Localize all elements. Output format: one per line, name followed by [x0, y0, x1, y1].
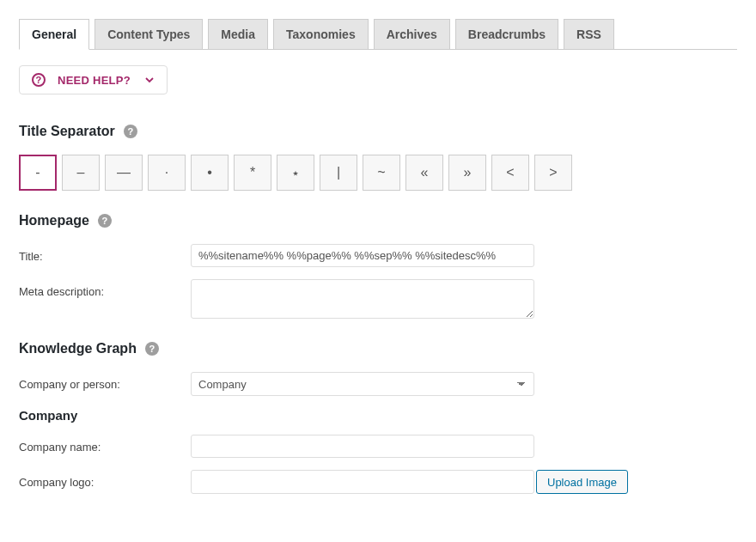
company-or-person-label: Company or person:	[19, 372, 191, 391]
tab-taxonomies[interactable]: Taxonomies	[273, 19, 369, 50]
tab-rss[interactable]: RSS	[564, 19, 614, 50]
info-icon[interactable]: ?	[98, 214, 112, 228]
separator-options: -–—·•*⋆|~«»<>	[19, 155, 737, 191]
separator-option[interactable]: –	[62, 155, 100, 191]
info-icon[interactable]: ?	[145, 342, 159, 356]
title-input[interactable]	[191, 244, 534, 267]
company-logo-label: Company logo:	[19, 470, 191, 489]
need-help-button[interactable]: ? NEED HELP?	[19, 65, 168, 94]
meta-description-label: Meta description:	[19, 279, 191, 298]
tab-bar: General Content Types Media Taxonomies A…	[19, 19, 737, 50]
company-name-input[interactable]	[191, 435, 534, 458]
question-icon: ?	[32, 73, 46, 87]
separator-option[interactable]: <	[491, 155, 529, 191]
separator-option[interactable]: ~	[363, 155, 400, 191]
separator-option[interactable]: ·	[148, 155, 186, 191]
tab-media[interactable]: Media	[208, 19, 268, 50]
need-help-label: NEED HELP?	[58, 74, 131, 87]
tab-archives[interactable]: Archives	[374, 19, 450, 50]
company-logo-input[interactable]	[191, 470, 534, 494]
separator-option[interactable]: •	[191, 155, 229, 191]
knowledge-graph-heading: Knowledge Graph	[19, 341, 137, 356]
upload-image-button[interactable]: Upload Image	[536, 470, 628, 494]
separator-option[interactable]: «	[405, 155, 443, 191]
tab-breadcrumbs[interactable]: Breadcrumbs	[455, 19, 558, 50]
info-icon[interactable]: ?	[124, 125, 137, 138]
tab-content-types[interactable]: Content Types	[94, 19, 203, 50]
separator-option[interactable]: -	[19, 155, 57, 191]
separator-option[interactable]: *	[234, 155, 271, 191]
separator-option[interactable]: »	[448, 155, 486, 191]
separator-option[interactable]: |	[320, 155, 357, 191]
title-separator-heading: Title Separator	[19, 124, 115, 139]
company-or-person-select[interactable]: Company	[191, 372, 534, 396]
meta-description-input[interactable]	[191, 279, 534, 319]
title-label: Title:	[19, 244, 191, 263]
company-subheading: Company	[19, 408, 737, 423]
separator-option[interactable]: ⋆	[277, 155, 314, 191]
tab-general[interactable]: General	[19, 19, 89, 50]
homepage-heading: Homepage	[19, 213, 89, 228]
separator-option[interactable]: >	[534, 155, 572, 191]
company-name-label: Company name:	[19, 435, 191, 454]
chevron-down-icon	[144, 75, 155, 85]
separator-option[interactable]: —	[105, 155, 143, 191]
